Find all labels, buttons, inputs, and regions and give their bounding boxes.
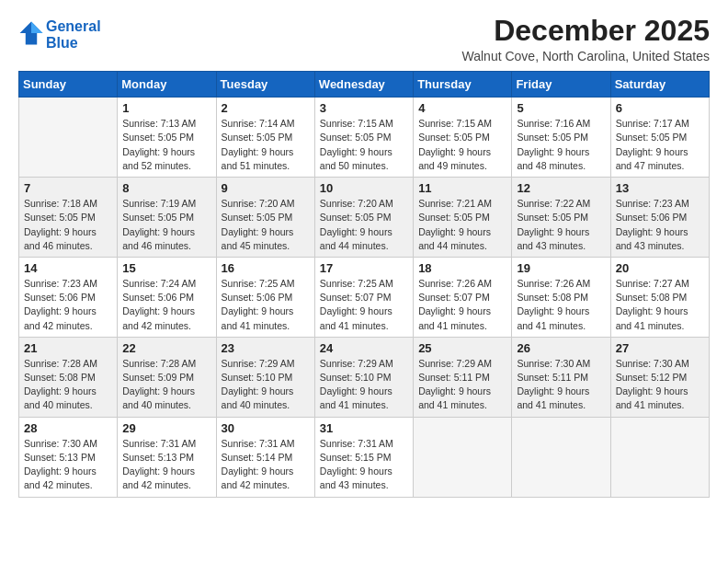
calendar-cell: 9Sunrise: 7:20 AMSunset: 5:05 PMDaylight… <box>216 178 314 258</box>
calendar-cell: 10Sunrise: 7:20 AMSunset: 5:05 PMDayligh… <box>314 178 413 258</box>
day-number: 29 <box>122 421 210 435</box>
day-info: Sunrise: 7:26 AMSunset: 5:07 PMDaylight:… <box>418 277 506 333</box>
subtitle: Walnut Cove, North Carolina, United Stat… <box>462 49 711 63</box>
calendar-cell: 3Sunrise: 7:15 AMSunset: 5:05 PMDaylight… <box>314 98 413 178</box>
logo: General Blue <box>18 18 101 51</box>
day-info: Sunrise: 7:23 AMSunset: 5:06 PMDaylight:… <box>616 197 704 253</box>
title-area: December 2025 Walnut Cove, North Carolin… <box>462 15 711 63</box>
day-info: Sunrise: 7:16 AMSunset: 5:05 PMDaylight:… <box>517 117 605 173</box>
day-info: Sunrise: 7:15 AMSunset: 5:05 PMDaylight:… <box>320 117 408 173</box>
calendar-cell: 16Sunrise: 7:25 AMSunset: 5:06 PMDayligh… <box>216 257 314 337</box>
calendar-week-2: 7Sunrise: 7:18 AMSunset: 5:05 PMDaylight… <box>19 178 710 258</box>
month-title: December 2025 <box>462 15 711 47</box>
logo-icon <box>18 20 44 46</box>
calendar-cell: 23Sunrise: 7:29 AMSunset: 5:10 PMDayligh… <box>216 337 314 417</box>
day-info: Sunrise: 7:29 AMSunset: 5:10 PMDaylight:… <box>320 357 408 413</box>
calendar-cell: 29Sunrise: 7:31 AMSunset: 5:13 PMDayligh… <box>118 417 216 497</box>
day-info: Sunrise: 7:28 AMSunset: 5:09 PMDaylight:… <box>122 357 210 413</box>
calendar-table: SundayMondayTuesdayWednesdayThursdayFrid… <box>18 71 710 497</box>
calendar-cell: 1Sunrise: 7:13 AMSunset: 5:05 PMDaylight… <box>118 98 216 178</box>
calendar-cell: 21Sunrise: 7:28 AMSunset: 5:08 PMDayligh… <box>19 337 118 417</box>
day-number: 17 <box>320 261 408 275</box>
day-number: 23 <box>222 341 310 355</box>
calendar-cell: 30Sunrise: 7:31 AMSunset: 5:14 PMDayligh… <box>216 417 314 497</box>
day-number: 31 <box>320 421 408 435</box>
calendar-cell: 20Sunrise: 7:27 AMSunset: 5:08 PMDayligh… <box>610 257 709 337</box>
day-info: Sunrise: 7:30 AMSunset: 5:11 PMDaylight:… <box>517 357 605 413</box>
day-info: Sunrise: 7:17 AMSunset: 5:05 PMDaylight:… <box>616 117 704 173</box>
day-info: Sunrise: 7:30 AMSunset: 5:12 PMDaylight:… <box>616 357 704 413</box>
day-info: Sunrise: 7:23 AMSunset: 5:06 PMDaylight:… <box>24 277 112 333</box>
day-info: Sunrise: 7:28 AMSunset: 5:08 PMDaylight:… <box>24 357 112 413</box>
calendar-cell <box>414 417 512 497</box>
day-info: Sunrise: 7:20 AMSunset: 5:05 PMDaylight:… <box>222 197 310 253</box>
day-info: Sunrise: 7:15 AMSunset: 5:05 PMDaylight:… <box>418 117 506 173</box>
calendar-cell: 19Sunrise: 7:26 AMSunset: 5:08 PMDayligh… <box>512 257 610 337</box>
day-info: Sunrise: 7:22 AMSunset: 5:05 PMDaylight:… <box>517 197 605 253</box>
day-info: Sunrise: 7:21 AMSunset: 5:05 PMDaylight:… <box>418 197 506 253</box>
day-number: 12 <box>517 181 605 195</box>
day-number: 18 <box>418 261 506 275</box>
weekday-header-tuesday: Tuesday <box>216 72 314 98</box>
day-number: 7 <box>24 181 112 195</box>
calendar-cell: 18Sunrise: 7:26 AMSunset: 5:07 PMDayligh… <box>414 257 512 337</box>
day-number: 21 <box>24 341 112 355</box>
day-number: 24 <box>320 341 408 355</box>
day-info: Sunrise: 7:31 AMSunset: 5:14 PMDaylight:… <box>222 437 310 493</box>
weekday-header-monday: Monday <box>118 72 216 98</box>
calendar-cell: 13Sunrise: 7:23 AMSunset: 5:06 PMDayligh… <box>610 178 709 258</box>
day-info: Sunrise: 7:19 AMSunset: 5:05 PMDaylight:… <box>122 197 210 253</box>
calendar-cell: 26Sunrise: 7:30 AMSunset: 5:11 PMDayligh… <box>512 337 610 417</box>
calendar-cell <box>512 417 610 497</box>
calendar-cell: 14Sunrise: 7:23 AMSunset: 5:06 PMDayligh… <box>19 257 118 337</box>
weekday-header-saturday: Saturday <box>610 72 709 98</box>
calendar-cell: 31Sunrise: 7:31 AMSunset: 5:15 PMDayligh… <box>314 417 413 497</box>
day-number: 9 <box>222 181 310 195</box>
day-info: Sunrise: 7:24 AMSunset: 5:06 PMDaylight:… <box>122 277 210 333</box>
day-number: 6 <box>616 101 704 115</box>
calendar-cell <box>19 98 118 178</box>
day-number: 28 <box>24 421 112 435</box>
day-number: 1 <box>122 101 210 115</box>
day-info: Sunrise: 7:25 AMSunset: 5:07 PMDaylight:… <box>320 277 408 333</box>
calendar-cell: 28Sunrise: 7:30 AMSunset: 5:13 PMDayligh… <box>19 417 118 497</box>
weekday-header-row: SundayMondayTuesdayWednesdayThursdayFrid… <box>19 72 710 98</box>
calendar-cell: 15Sunrise: 7:24 AMSunset: 5:06 PMDayligh… <box>118 257 216 337</box>
weekday-header-sunday: Sunday <box>19 72 118 98</box>
day-info: Sunrise: 7:31 AMSunset: 5:13 PMDaylight:… <box>122 437 210 493</box>
weekday-header-thursday: Thursday <box>414 72 512 98</box>
day-number: 16 <box>222 261 310 275</box>
day-info: Sunrise: 7:18 AMSunset: 5:05 PMDaylight:… <box>24 197 112 253</box>
calendar-cell: 5Sunrise: 7:16 AMSunset: 5:05 PMDaylight… <box>512 98 610 178</box>
calendar-cell: 6Sunrise: 7:17 AMSunset: 5:05 PMDaylight… <box>610 98 709 178</box>
calendar-cell: 7Sunrise: 7:18 AMSunset: 5:05 PMDaylight… <box>19 178 118 258</box>
calendar-cell: 8Sunrise: 7:19 AMSunset: 5:05 PMDaylight… <box>118 178 216 258</box>
day-number: 2 <box>222 101 310 115</box>
day-number: 5 <box>517 101 605 115</box>
svg-marker-1 <box>31 21 42 32</box>
day-info: Sunrise: 7:29 AMSunset: 5:11 PMDaylight:… <box>418 357 506 413</box>
day-info: Sunrise: 7:14 AMSunset: 5:05 PMDaylight:… <box>222 117 310 173</box>
page: General Blue December 2025 Walnut Cove, … <box>0 0 728 563</box>
day-info: Sunrise: 7:25 AMSunset: 5:06 PMDaylight:… <box>222 277 310 333</box>
day-number: 11 <box>418 181 506 195</box>
header: General Blue December 2025 Walnut Cove, … <box>18 15 710 63</box>
day-number: 30 <box>222 421 310 435</box>
day-info: Sunrise: 7:13 AMSunset: 5:05 PMDaylight:… <box>122 117 210 173</box>
calendar-cell: 12Sunrise: 7:22 AMSunset: 5:05 PMDayligh… <box>512 178 610 258</box>
calendar-cell: 27Sunrise: 7:30 AMSunset: 5:12 PMDayligh… <box>610 337 709 417</box>
day-info: Sunrise: 7:26 AMSunset: 5:08 PMDaylight:… <box>517 277 605 333</box>
day-info: Sunrise: 7:27 AMSunset: 5:08 PMDaylight:… <box>616 277 704 333</box>
calendar-cell: 11Sunrise: 7:21 AMSunset: 5:05 PMDayligh… <box>414 178 512 258</box>
day-number: 10 <box>320 181 408 195</box>
day-info: Sunrise: 7:31 AMSunset: 5:15 PMDaylight:… <box>320 437 408 493</box>
day-number: 27 <box>616 341 704 355</box>
calendar-week-4: 21Sunrise: 7:28 AMSunset: 5:08 PMDayligh… <box>19 337 710 417</box>
day-number: 15 <box>122 261 210 275</box>
day-info: Sunrise: 7:29 AMSunset: 5:10 PMDaylight:… <box>222 357 310 413</box>
calendar-cell: 2Sunrise: 7:14 AMSunset: 5:05 PMDaylight… <box>216 98 314 178</box>
day-number: 25 <box>418 341 506 355</box>
day-number: 13 <box>616 181 704 195</box>
calendar-cell: 22Sunrise: 7:28 AMSunset: 5:09 PMDayligh… <box>118 337 216 417</box>
calendar-cell: 4Sunrise: 7:15 AMSunset: 5:05 PMDaylight… <box>414 98 512 178</box>
